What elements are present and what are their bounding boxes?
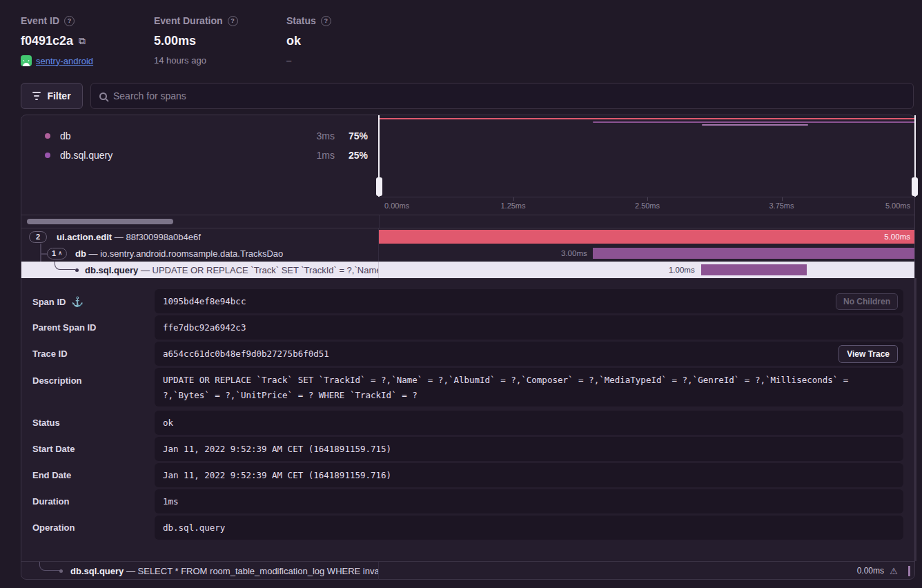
span-bar-duration: 5.00ms: [884, 230, 910, 244]
no-children-button: No Children: [836, 293, 898, 310]
end-date-field[interactable]: Jan 11, 2022 9:52:39 AM CET (1641891159.…: [155, 463, 903, 487]
operation-label: Operation: [32, 522, 75, 533]
span-row-title: db — io.sentry.android.roomsample.data.T…: [75, 248, 283, 259]
event-age: 14 hours ago: [154, 55, 206, 66]
axis-tick-label: 3.75ms: [769, 202, 794, 210]
span-id-label: Span ID: [32, 297, 66, 307]
operation-field[interactable]: db.sql.query: [155, 516, 903, 540]
op-name: db: [60, 130, 293, 141]
status-value: ok: [286, 34, 301, 48]
event-duration-block: Event Duration? 5.00ms 14 hours ago: [154, 15, 238, 66]
status-field[interactable]: ok: [155, 411, 903, 435]
axis-tick-label: 5.00ms: [885, 202, 910, 210]
span-id-field[interactable]: 1095bd4ef8e94bcc No Children: [155, 289, 903, 313]
description-label: Description: [32, 375, 82, 386]
parent-span-id-label: Parent Span ID: [32, 322, 96, 333]
start-date-field[interactable]: Jan 11, 2022 9:52:39 AM CET (1641891159.…: [155, 437, 903, 461]
span-row-title: db.sql.query — UPDATE OR REPLACE `Track`…: [85, 265, 378, 275]
copy-icon[interactable]: ⧉: [79, 35, 86, 47]
span-search[interactable]: [90, 83, 914, 109]
duration-label: Duration: [32, 496, 69, 507]
help-icon[interactable]: ?: [321, 16, 331, 26]
legend-row-db-sql-query[interactable]: db.sql.query 1ms 25%: [45, 146, 368, 165]
span-row-title: db.sql.query — SELECT * FROM room_table_…: [70, 566, 378, 576]
span-bar-ui-action-edit[interactable]: 5.00ms: [379, 230, 914, 244]
span-details: Span ID⚓ 1095bd4ef8e94bcc No Children Pa…: [21, 278, 914, 561]
span-row-title: ui.action.edit — 88f300998a0b4e6f: [57, 232, 201, 242]
details-scrollbar[interactable]: [915, 278, 916, 561]
op-color-dot: [45, 133, 50, 139]
description-field[interactable]: UPDATE OR REPLACE `Track` SET `TrackId` …: [155, 368, 903, 406]
op-name: db.sql.query: [60, 150, 293, 161]
search-input[interactable]: [113, 90, 905, 101]
op-color-dot: [45, 153, 50, 158]
viewport-right-grip[interactable]: [912, 177, 918, 196]
event-id-block: Event ID? f0491c2a⧉ sentry-android: [21, 15, 93, 66]
op-duration: 3ms: [293, 130, 335, 141]
legend-row-db[interactable]: db 3ms 75%: [45, 126, 368, 146]
zero-duration-span-marker[interactable]: [908, 566, 910, 576]
span-bar-duration: 1.00ms: [669, 262, 695, 278]
event-duration-label: Event Duration: [154, 15, 223, 26]
anchor-icon[interactable]: ⚓: [71, 296, 83, 307]
minimap-span-db-sql-query: [702, 124, 807, 126]
event-duration-value: 5.00ms: [154, 34, 196, 48]
axis-tick-label: 0.00ms: [384, 202, 409, 210]
tree-connector-elbow: [39, 562, 61, 571]
span-bar-db-sql-query[interactable]: [701, 264, 807, 275]
help-icon[interactable]: ?: [228, 16, 238, 26]
filter-icon: [32, 92, 41, 100]
status-sub: –: [286, 55, 291, 66]
trace-id-field[interactable]: a654cc61dc0b48ef9d0b27275b6f0d51 View Tr…: [155, 342, 903, 366]
span-viewer-panel: db 3ms 75% db.sql.query 1ms 25% 0.00ms 1…: [21, 115, 915, 580]
children-count-badge[interactable]: 1∧: [47, 248, 67, 259]
time-axis: 0.00ms 1.25ms 2.50ms 3.75ms 5.00ms: [379, 197, 916, 215]
trace-id-label: Trace ID: [32, 349, 68, 359]
tree-horizontal-scrollbar: [21, 215, 914, 228]
scrollbar-thumb[interactable]: [27, 219, 173, 224]
axis-tick-label: 1.25ms: [500, 202, 525, 210]
tree-connector-dot: [59, 569, 63, 573]
chevron-up-icon: ∧: [58, 251, 62, 256]
minimap-span-db: [593, 121, 916, 123]
op-legend: db 3ms 75% db.sql.query 1ms 25%: [21, 115, 379, 215]
filter-button-label: Filter: [47, 90, 70, 101]
span-bar-duration: 0.00ms: [857, 562, 884, 580]
warning-icon: ⚠: [890, 562, 898, 580]
event-id-label: Event ID: [21, 15, 59, 26]
parent-span-id-field[interactable]: ffe7dbc92a6942c3: [155, 315, 903, 340]
event-id-value: f0491c2a: [21, 34, 73, 48]
span-row-db[interactable]: 1∧ db — io.sentry.android.roomsample.dat…: [21, 245, 914, 262]
end-date-label: End Date: [32, 470, 71, 480]
filter-button[interactable]: Filter: [21, 83, 83, 109]
span-bar-db[interactable]: [593, 248, 914, 259]
status-label: Status: [286, 15, 316, 26]
minimap-span-ui-action-edit: [379, 118, 916, 119]
axis-tick-label: 2.50ms: [635, 202, 660, 210]
status-field-label: Status: [32, 418, 60, 428]
op-percent: 25%: [335, 150, 368, 161]
span-row-db-sql-query-select[interactable]: db.sql.query — SELECT * FROM room_table_…: [21, 561, 914, 580]
status-block: Status? ok –: [286, 15, 331, 66]
start-date-label: Start Date: [32, 444, 75, 454]
duration-field[interactable]: 1ms: [155, 489, 903, 513]
search-icon: [99, 92, 107, 100]
span-bar-duration: 3.00ms: [561, 245, 587, 262]
op-duration: 1ms: [293, 150, 335, 161]
op-percent: 75%: [335, 130, 368, 141]
children-count-badge[interactable]: 2: [29, 231, 47, 243]
view-trace-button[interactable]: View Trace: [838, 345, 898, 363]
help-icon[interactable]: ?: [64, 16, 75, 26]
span-row-ui-action-edit[interactable]: 2 ui.action.edit — 88f300998a0b4e6f 5.00…: [21, 228, 914, 245]
trace-minimap[interactable]: [379, 115, 916, 197]
span-row-db-sql-query-selected[interactable]: db.sql.query — UPDATE OR REPLACE `Track`…: [21, 262, 914, 278]
span-tree: 2 ui.action.edit — 88f300998a0b4e6f 5.00…: [21, 228, 914, 278]
project-link[interactable]: sentry-android: [36, 56, 93, 66]
android-icon: [21, 55, 32, 66]
viewport-left-grip[interactable]: [376, 177, 382, 196]
